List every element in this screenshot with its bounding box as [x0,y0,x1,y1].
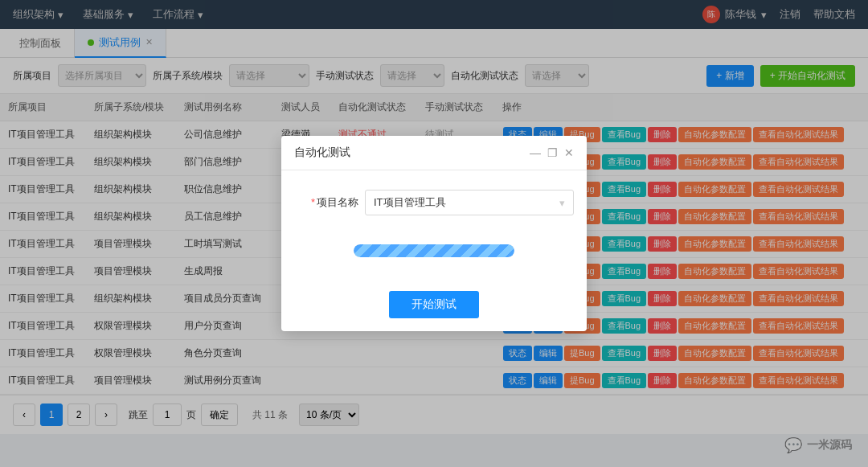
modal-body: 项目名称 IT项目管理工具 ▾ [281,170,587,281]
close-icon[interactable]: ✕ [564,146,574,159]
modal-overlay: 自动化测试 — ❐ ✕ 项目名称 IT项目管理工具 ▾ 开始测试 [0,0,868,467]
modal-form-row-project: 项目名称 IT项目管理工具 ▾ [294,190,574,215]
modal-controls: — ❐ ✕ [530,146,574,159]
progress-bar-outer [354,244,514,257]
modal-title: 自动化测试 [294,145,350,160]
auto-test-modal: 自动化测试 — ❐ ✕ 项目名称 IT项目管理工具 ▾ 开始测试 [281,136,587,331]
minimize-icon[interactable]: — [530,146,541,159]
dropdown-arrow-icon: ▾ [559,197,565,209]
restore-icon[interactable]: ❐ [547,146,558,159]
progress-section [294,228,574,265]
modal-footer: 开始测试 [281,281,587,331]
project-name-label: 项目名称 [294,195,358,210]
start-test-button[interactable]: 开始测试 [389,291,479,318]
progress-bar-inner [354,244,514,257]
project-name-input[interactable]: IT项目管理工具 ▾ [365,190,574,215]
modal-header: 自动化测试 — ❐ ✕ [281,136,587,170]
